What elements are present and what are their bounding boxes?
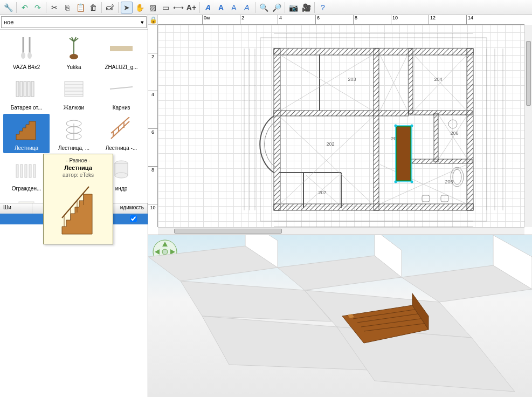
catalog-item-karniz[interactable]: Карниз: [98, 73, 144, 113]
catalog-item-stairs[interactable]: Лестница: [3, 114, 50, 153]
tooltip-preview: [57, 180, 100, 239]
svg-rect-37: [274, 49, 280, 210]
svg-rect-33: [19, 202, 34, 203]
svg-rect-6: [24, 81, 26, 97]
room-tool-icon[interactable]: ▭: [160, 2, 171, 13]
catalog-item-spiral[interactable]: Лестница, ...: [51, 114, 97, 153]
plan-scrollbar-horizontal[interactable]: [158, 227, 524, 235]
catalog-label: Лестница, ...: [58, 145, 89, 151]
room-label: 204: [434, 77, 442, 82]
svg-rect-26: [20, 165, 23, 177]
ruler-tick: 10: [148, 204, 157, 210]
separator: [16, 2, 17, 13]
add-furniture-icon[interactable]: 🛋: [104, 2, 116, 13]
svg-line-14: [110, 87, 133, 89]
catalog-label: Жалюзи: [64, 105, 84, 111]
svg-rect-8: [31, 81, 34, 97]
catalog-item-zhaluzi2[interactable]: Жалюзи: [51, 73, 97, 113]
svg-rect-40: [274, 111, 409, 116]
separator: [199, 2, 200, 13]
ruler-tick: 14: [466, 15, 473, 24]
catalog-label: VAZA B4x2: [13, 64, 40, 70]
vertical-ruler: 2 4 6 8 10: [148, 25, 158, 227]
plan-view[interactable]: 🔒 0м 2 4 6 8 10 12 14 2 4 6 8 10: [148, 15, 532, 235]
separator: [118, 2, 119, 13]
text-tool-icon[interactable]: A+: [185, 2, 197, 13]
selected-stairs-plan[interactable]: [395, 125, 413, 183]
category-dropdown[interactable]: ное: [1, 16, 147, 28]
catalog-item-zhaluzi[interactable]: ZHALUZI_g...: [98, 33, 144, 72]
undo-icon[interactable]: ↶: [19, 2, 31, 13]
delete-icon[interactable]: 🗑: [87, 2, 99, 13]
catalog-item-railstairs[interactable]: Лестница -...: [98, 114, 144, 153]
svg-rect-73: [422, 195, 430, 202]
separator: [46, 2, 46, 13]
select-tool-icon[interactable]: ➤: [121, 2, 133, 13]
lock-icon[interactable]: 🔒: [149, 16, 157, 24]
tooltip-name: Лестница: [47, 165, 109, 171]
text-style-icon[interactable]: A: [228, 2, 240, 13]
text-style-icon[interactable]: A: [215, 2, 227, 13]
ruler-tick: 12: [429, 15, 436, 24]
photo-icon[interactable]: 📷: [287, 2, 299, 13]
redo-icon[interactable]: ↷: [32, 2, 44, 13]
catalog-label: индр: [115, 186, 128, 191]
catalog-label: Огражден...: [12, 186, 42, 191]
room-label: 202: [326, 141, 334, 147]
category-label: ное: [4, 19, 13, 25]
svg-point-66: [395, 125, 397, 127]
pan-tool-icon[interactable]: ✋: [134, 2, 146, 13]
ruler-tick: 8: [148, 166, 157, 173]
catalog-label: Лестница -...: [106, 145, 137, 151]
wall-tool-icon[interactable]: ▨: [147, 2, 158, 13]
svg-rect-4: [16, 81, 19, 97]
wrench-icon[interactable]: 🔧: [2, 2, 14, 13]
svg-rect-42: [409, 111, 472, 115]
floor-plan[interactable]: 203 204 202 201 206 205 207: [196, 27, 524, 227]
svg-rect-3: [110, 46, 133, 51]
zoom-in-icon[interactable]: 🔍: [258, 2, 270, 13]
zoom-out-icon[interactable]: 🔎: [271, 2, 282, 13]
tooltip-author: автор: eTeks: [47, 172, 109, 178]
separator: [285, 2, 285, 13]
tooltip-category: - Разное -: [47, 158, 109, 163]
horizontal-ruler: 0м 2 4 6 8 10 12 14: [158, 15, 524, 25]
visibility-checkbox[interactable]: [130, 215, 137, 222]
right-panel: 🔒 0м 2 4 6 8 10 12 14 2 4 6 8 10: [148, 15, 532, 397]
3d-view[interactable]: [148, 235, 532, 397]
svg-point-67: [411, 125, 413, 127]
room-label: 203: [348, 77, 356, 82]
svg-point-68: [395, 181, 397, 183]
3d-scene: [148, 235, 532, 397]
separator: [314, 2, 315, 13]
svg-point-32: [115, 173, 128, 178]
plan-canvas[interactable]: 203 204 202 201 206 205 207: [158, 25, 524, 227]
svg-rect-38: [467, 49, 473, 210]
svg-rect-25: [16, 165, 18, 177]
text-style-icon[interactable]: A: [241, 2, 253, 13]
room-label: 206: [450, 131, 458, 136]
cut-icon[interactable]: ✂: [49, 2, 60, 13]
catalog-label: ZHALUZI_g...: [105, 64, 137, 70]
catalog-item-yukka[interactable]: Yukka: [51, 33, 97, 72]
catalog-label: Yukka: [66, 64, 81, 70]
scrollbar-thumb[interactable]: [174, 229, 282, 234]
paste-icon[interactable]: 📋: [74, 2, 86, 13]
main-toolbar: 🔧 ↶ ↷ ✂ ⎘ 📋 🗑 🛋 ➤ ✋ ▨ ▭ ⟷ A+ A A A A 🔍 🔎…: [0, 0, 532, 15]
catalog-item-radiator[interactable]: Батарея от...: [3, 73, 50, 113]
catalog-item-vaza[interactable]: VAZA B4x2: [3, 33, 50, 72]
3d-icon[interactable]: A: [202, 2, 214, 13]
scrollbar-thumb[interactable]: [526, 41, 531, 106]
plan-scrollbar-vertical[interactable]: [524, 25, 532, 227]
svg-rect-27: [25, 165, 27, 177]
svg-rect-29: [33, 165, 36, 177]
copy-icon[interactable]: ⎘: [61, 2, 73, 13]
table-col-width[interactable]: Ши: [0, 203, 32, 214]
svg-rect-43: [409, 49, 413, 113]
video-icon[interactable]: 🎥: [300, 2, 312, 13]
separator: [255, 2, 255, 13]
svg-rect-7: [27, 81, 30, 97]
help-icon[interactable]: ?: [317, 2, 329, 13]
dimension-tool-icon[interactable]: ⟷: [172, 2, 184, 13]
ruler-tick: 10: [391, 15, 398, 24]
